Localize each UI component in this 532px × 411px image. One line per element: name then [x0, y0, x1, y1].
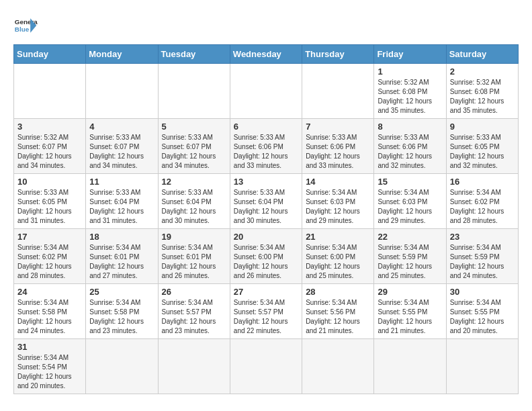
calendar-day-cell	[374, 339, 446, 394]
calendar-day-cell: 31Sunrise: 5:34 AM Sunset: 5:54 PM Dayli…	[14, 339, 86, 394]
day-info: Sunrise: 5:32 AM Sunset: 6:07 PM Dayligh…	[17, 133, 82, 171]
day-number: 4	[89, 122, 154, 132]
calendar-day-cell: 17Sunrise: 5:34 AM Sunset: 6:02 PM Dayli…	[14, 229, 86, 284]
calendar-day-cell: 19Sunrise: 5:34 AM Sunset: 6:01 PM Dayli…	[158, 229, 230, 284]
day-number: 30	[450, 287, 515, 297]
page-header: General Blue	[13, 13, 519, 38]
calendar-day-cell: 23Sunrise: 5:34 AM Sunset: 5:59 PM Dayli…	[446, 229, 518, 284]
day-number: 21	[306, 232, 370, 242]
day-number: 29	[378, 287, 442, 297]
calendar-day-cell	[302, 64, 374, 119]
day-number: 2	[450, 66, 515, 77]
calendar-day-cell: 3Sunrise: 5:32 AM Sunset: 6:07 PM Daylig…	[14, 119, 86, 174]
calendar-day-cell	[86, 64, 158, 119]
day-info: Sunrise: 5:34 AM Sunset: 5:55 PM Dayligh…	[450, 298, 515, 336]
day-number: 27	[234, 287, 298, 297]
calendar-day-cell: 5Sunrise: 5:33 AM Sunset: 6:07 PM Daylig…	[158, 119, 230, 174]
day-number: 18	[89, 232, 154, 242]
day-number: 28	[306, 287, 370, 297]
day-info: Sunrise: 5:34 AM Sunset: 5:57 PM Dayligh…	[162, 298, 226, 336]
calendar-day-cell: 14Sunrise: 5:34 AM Sunset: 6:03 PM Dayli…	[302, 174, 374, 229]
day-number: 23	[450, 232, 515, 242]
calendar-day-cell: 30Sunrise: 5:34 AM Sunset: 5:55 PM Dayli…	[446, 284, 518, 339]
calendar-day-cell: 10Sunrise: 5:33 AM Sunset: 6:05 PM Dayli…	[14, 174, 86, 229]
calendar-day-cell: 26Sunrise: 5:34 AM Sunset: 5:57 PM Dayli…	[158, 284, 230, 339]
calendar-day-cell: 20Sunrise: 5:34 AM Sunset: 6:00 PM Dayli…	[230, 229, 302, 284]
day-info: Sunrise: 5:33 AM Sunset: 6:04 PM Dayligh…	[234, 188, 298, 226]
calendar-week-row: 24Sunrise: 5:34 AM Sunset: 5:58 PM Dayli…	[14, 284, 519, 339]
calendar-week-row: 1Sunrise: 5:32 AM Sunset: 6:08 PM Daylig…	[14, 64, 519, 119]
day-info: Sunrise: 5:33 AM Sunset: 6:06 PM Dayligh…	[234, 133, 298, 171]
day-number: 10	[17, 177, 82, 187]
day-number: 25	[89, 287, 154, 297]
day-number: 19	[162, 232, 226, 242]
calendar-day-cell	[158, 64, 230, 119]
day-number: 7	[306, 122, 370, 132]
calendar-table: SundayMondayTuesdayWednesdayThursdayFrid…	[13, 44, 519, 394]
day-of-week-header: Saturday	[446, 45, 518, 64]
day-number: 12	[162, 177, 226, 187]
calendar-day-cell: 7Sunrise: 5:33 AM Sunset: 6:06 PM Daylig…	[302, 119, 374, 174]
calendar-day-cell	[302, 339, 374, 394]
day-info: Sunrise: 5:34 AM Sunset: 5:57 PM Dayligh…	[234, 298, 298, 336]
day-number: 22	[378, 232, 442, 242]
calendar-day-cell: 2Sunrise: 5:32 AM Sunset: 6:08 PM Daylig…	[446, 64, 518, 119]
day-info: Sunrise: 5:33 AM Sunset: 6:05 PM Dayligh…	[17, 188, 82, 226]
day-number: 17	[17, 232, 82, 242]
day-info: Sunrise: 5:33 AM Sunset: 6:04 PM Dayligh…	[89, 188, 154, 226]
day-info: Sunrise: 5:34 AM Sunset: 6:03 PM Dayligh…	[378, 188, 442, 226]
day-info: Sunrise: 5:34 AM Sunset: 5:54 PM Dayligh…	[17, 353, 82, 391]
day-number: 1	[378, 66, 442, 77]
logo: General Blue	[13, 13, 38, 38]
calendar-week-row: 3Sunrise: 5:32 AM Sunset: 6:07 PM Daylig…	[14, 119, 519, 174]
calendar-day-cell: 24Sunrise: 5:34 AM Sunset: 5:58 PM Dayli…	[14, 284, 86, 339]
day-info: Sunrise: 5:34 AM Sunset: 6:02 PM Dayligh…	[17, 243, 82, 281]
calendar-day-cell: 18Sunrise: 5:34 AM Sunset: 6:01 PM Dayli…	[86, 229, 158, 284]
day-number: 24	[17, 287, 82, 297]
calendar-day-cell: 28Sunrise: 5:34 AM Sunset: 5:56 PM Dayli…	[302, 284, 374, 339]
calendar-day-cell	[446, 339, 518, 394]
calendar-day-cell: 12Sunrise: 5:33 AM Sunset: 6:04 PM Dayli…	[158, 174, 230, 229]
day-number: 6	[234, 122, 298, 132]
calendar-day-cell: 1Sunrise: 5:32 AM Sunset: 6:08 PM Daylig…	[374, 64, 446, 119]
day-number: 14	[306, 177, 370, 187]
calendar-day-cell: 27Sunrise: 5:34 AM Sunset: 5:57 PM Dayli…	[230, 284, 302, 339]
day-of-week-header: Wednesday	[230, 45, 302, 64]
day-number: 31	[17, 342, 82, 352]
day-number: 3	[17, 122, 82, 132]
day-of-week-header: Friday	[374, 45, 446, 64]
calendar-day-cell: 13Sunrise: 5:33 AM Sunset: 6:04 PM Dayli…	[230, 174, 302, 229]
calendar-day-cell: 4Sunrise: 5:33 AM Sunset: 6:07 PM Daylig…	[86, 119, 158, 174]
day-info: Sunrise: 5:32 AM Sunset: 6:08 PM Dayligh…	[378, 78, 442, 116]
day-of-week-header: Monday	[86, 45, 158, 64]
day-number: 20	[234, 232, 298, 242]
day-of-week-header: Tuesday	[158, 45, 230, 64]
calendar-day-cell	[158, 339, 230, 394]
calendar-day-cell	[230, 339, 302, 394]
calendar-day-cell: 6Sunrise: 5:33 AM Sunset: 6:06 PM Daylig…	[230, 119, 302, 174]
calendar-day-cell: 9Sunrise: 5:33 AM Sunset: 6:05 PM Daylig…	[446, 119, 518, 174]
day-info: Sunrise: 5:34 AM Sunset: 6:00 PM Dayligh…	[234, 243, 298, 281]
calendar-day-cell	[230, 64, 302, 119]
day-info: Sunrise: 5:33 AM Sunset: 6:06 PM Dayligh…	[378, 133, 442, 171]
day-number: 5	[162, 122, 226, 132]
calendar-day-cell: 8Sunrise: 5:33 AM Sunset: 6:06 PM Daylig…	[374, 119, 446, 174]
calendar-day-cell: 22Sunrise: 5:34 AM Sunset: 5:59 PM Dayli…	[374, 229, 446, 284]
calendar-day-cell: 21Sunrise: 5:34 AM Sunset: 6:00 PM Dayli…	[302, 229, 374, 284]
calendar-header-row: SundayMondayTuesdayWednesdayThursdayFrid…	[14, 45, 519, 64]
day-info: Sunrise: 5:34 AM Sunset: 6:03 PM Dayligh…	[306, 188, 370, 226]
svg-text:Blue: Blue	[15, 26, 30, 33]
day-of-week-header: Sunday	[14, 45, 86, 64]
day-info: Sunrise: 5:34 AM Sunset: 6:01 PM Dayligh…	[89, 243, 154, 281]
day-info: Sunrise: 5:34 AM Sunset: 5:55 PM Dayligh…	[378, 298, 442, 336]
day-number: 16	[450, 177, 515, 187]
day-info: Sunrise: 5:33 AM Sunset: 6:07 PM Dayligh…	[89, 133, 154, 171]
day-info: Sunrise: 5:33 AM Sunset: 6:05 PM Dayligh…	[450, 133, 515, 171]
calendar-day-cell: 25Sunrise: 5:34 AM Sunset: 5:58 PM Dayli…	[86, 284, 158, 339]
day-info: Sunrise: 5:34 AM Sunset: 5:59 PM Dayligh…	[450, 243, 515, 281]
day-info: Sunrise: 5:33 AM Sunset: 6:06 PM Dayligh…	[306, 133, 370, 171]
calendar-week-row: 31Sunrise: 5:34 AM Sunset: 5:54 PM Dayli…	[14, 339, 519, 394]
day-info: Sunrise: 5:34 AM Sunset: 6:01 PM Dayligh…	[162, 243, 226, 281]
day-info: Sunrise: 5:34 AM Sunset: 6:00 PM Dayligh…	[306, 243, 370, 281]
day-info: Sunrise: 5:33 AM Sunset: 6:04 PM Dayligh…	[162, 188, 226, 226]
